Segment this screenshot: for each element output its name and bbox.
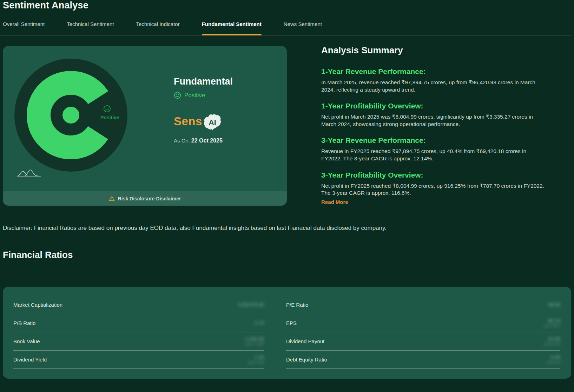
ratio-label: P/E Ratio	[286, 302, 308, 308]
risk-disclosure-label: Risk Disclosure Disclaimer	[118, 196, 181, 201]
ratio-value-obscured: 1.25	[255, 355, 264, 360]
financial-ratios-card: Market Captialization 3,09,575.00 P/B Ra…	[3, 287, 571, 379]
section-body-3y-revenue: Revenue in FY2025 reached ₹97,894.75 cro…	[321, 148, 548, 162]
smiley-icon	[103, 105, 111, 113]
ratio-label: Debt Equity Ratio	[286, 357, 327, 363]
sentiment-summary-block: Fundamental Positive Sens AI As On:22 Oc…	[174, 76, 233, 144]
ratio-row-dividend-payout: Dividend Payout 22.45 prev 21.8	[286, 332, 560, 351]
section-heading-1y-profitability: 1-Year Profitability Overview:	[321, 102, 548, 110]
sensai-logo: Sens AI	[174, 113, 233, 130]
page-title: Sentiment Analyse	[3, 0, 88, 11]
ratio-subvalue-obscured: prev 80.2	[544, 324, 560, 328]
section-body-1y-revenue: In March 2025, revenue reached ₹97,894.7…	[321, 79, 548, 93]
fundamental-sentiment-card: Positive Fundamental Positive Sens AI	[3, 46, 287, 206]
ratio-subvalue-obscured: prev 0.5	[546, 360, 560, 364]
ratio-subvalue-obscured: prev 21.8	[544, 342, 560, 346]
ratio-subvalue-obscured: prev 1,180	[246, 342, 264, 346]
tab-technical-sentiment[interactable]: Technical Sentiment	[67, 21, 114, 35]
warning-triangle-icon	[109, 195, 115, 201]
risk-disclosure-link[interactable]: Risk Disclosure Disclaimer	[3, 191, 287, 206]
ratio-label: Market Captialization	[13, 302, 62, 308]
as-on-date: As On:22 Oct 2025	[174, 138, 233, 144]
section-heading-3y-revenue: 3-Year Revenue Performance:	[321, 136, 548, 145]
ratio-row-pb-ratio: P/B Ratio 2.74	[13, 314, 264, 332]
disclaimer-text: Disclaimer: Financial Ratios are based o…	[3, 225, 565, 232]
ratio-value-obscured: 82.14	[548, 318, 560, 324]
ratio-value-obscured: 1,254.30	[245, 337, 264, 342]
ratio-label: EPS	[286, 320, 297, 326]
financial-ratios-title: Financial Ratios	[3, 250, 73, 260]
sentiment-status-label: Positive	[184, 92, 205, 99]
ratio-value-obscured: 38.65	[548, 302, 560, 307]
section-body-1y-profitability: Net profit in March 2025 was ₹8,004.99 c…	[321, 113, 548, 128]
ratio-label: P/B Ratio	[13, 320, 35, 326]
tab-news-sentiment[interactable]: News Sentiment	[284, 21, 322, 35]
sentiment-title: Fundamental	[174, 76, 233, 87]
ratio-subvalue-obscured: prev 1.10	[248, 360, 264, 364]
section-heading-3y-profitability: 3-Year Profitability Overview:	[321, 171, 548, 179]
mountain-watermark-icon	[16, 169, 42, 178]
ratio-row-book-value: Book Value 1,254.30 prev 1,180	[13, 332, 264, 351]
analysis-summary: Analysis Summary 1-Year Revenue Performa…	[321, 45, 548, 205]
sensai-logo-text: Sens	[174, 115, 202, 128]
ratio-value-obscured: 0.45	[551, 355, 560, 360]
tab-fundamental-sentiment[interactable]: Fundamental Sentiment	[202, 21, 262, 35]
svg-text:AI: AI	[209, 118, 216, 126]
smiley-icon	[174, 92, 181, 99]
ratio-label: Dividend Yield	[13, 357, 47, 363]
read-more-link[interactable]: Read More	[321, 199, 348, 205]
ratio-value-obscured: 22.45	[548, 337, 560, 342]
ratio-value-obscured: 2.74	[255, 320, 264, 326]
gauge-positive-indicator: Positive	[100, 105, 132, 120]
ai-brain-icon: AI	[203, 114, 222, 131]
ratio-value-obscured: 3,09,575.00	[238, 302, 264, 307]
ratio-label: Book Value	[13, 338, 40, 344]
analysis-summary-title: Analysis Summary	[321, 45, 548, 56]
ratio-label: Dividend Payout	[286, 338, 324, 344]
gauge-label: Positive	[100, 115, 119, 120]
tab-overall-sentiment[interactable]: Overall Sentiment	[3, 21, 45, 35]
ratio-row-market-capitalization: Market Captialization 3,09,575.00	[13, 296, 264, 314]
ratios-column-left: Market Captialization 3,09,575.00 P/B Ra…	[13, 296, 264, 369]
sentiment-status: Positive	[174, 92, 233, 99]
ratio-row-debt-equity-ratio: Debt Equity Ratio 0.45 prev 0.5	[286, 351, 560, 369]
section-heading-1y-revenue: 1-Year Revenue Performance:	[321, 67, 548, 76]
ratio-row-pe-ratio: P/E Ratio 38.65	[286, 296, 560, 314]
tab-bar: Overall Sentiment Technical Sentiment Te…	[0, 21, 571, 35]
tab-technical-indicator[interactable]: Technical Indicator	[136, 21, 179, 35]
ratio-row-dividend-yield: Dividend Yield 1.25 prev 1.10	[13, 351, 264, 369]
ratios-column-right: P/E Ratio 38.65 EPS 82.14 prev 80.2 Divi…	[286, 296, 560, 369]
section-body-3y-profitability: Net profit in FY2025 reached ₹8,004.99 c…	[321, 182, 548, 197]
ratio-row-eps: EPS 82.14 prev 80.2	[286, 314, 560, 332]
